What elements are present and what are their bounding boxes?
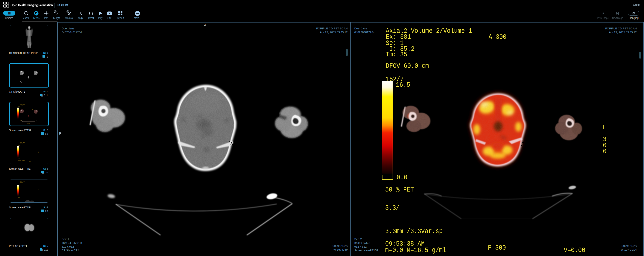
svg-text:XX XXX: XX XXX (20, 144, 23, 144)
svg-text:XXXXXX XXXX: XXXXXX XXXX (18, 122, 24, 123)
svg-text:XX XXX: XX XXX (20, 182, 23, 183)
svg-text:XX: XX (38, 152, 39, 153)
svg-text:XX: XX (38, 191, 39, 191)
svg-text:XX XXXX: XX XXXX (26, 123, 30, 124)
svg-text:XXXXX XXXX: XXXXX XXXX (20, 104, 25, 105)
svg-text:XXX: XXX (18, 197, 20, 198)
svg-text:XXXXXX XXXXXX: XXXXXX XXXXXX (18, 160, 25, 161)
svg-text:XX XXX: XX XXX (20, 105, 23, 106)
svg-text:X: X (38, 189, 38, 190)
svg-text:XXXXXX XXXXXX: XXXXXX XXXXXX (18, 199, 25, 200)
svg-text:XXX: XXX (18, 159, 20, 159)
svg-text:X: X (38, 151, 38, 152)
svg-text:XXX: XXX (18, 106, 20, 107)
svg-text:XXXXX XXXXX X: XXXXX XXXXX X (20, 142, 26, 143)
svg-text:XXX: XXX (18, 184, 20, 185)
svg-text:XX: XX (32, 109, 33, 110)
svg-text:XX XX: XX XX (29, 161, 31, 162)
svg-text:XXXXX XXXXX X: XXXXX XXXXX X (20, 181, 26, 182)
svg-text:XXX: XXX (18, 145, 20, 146)
